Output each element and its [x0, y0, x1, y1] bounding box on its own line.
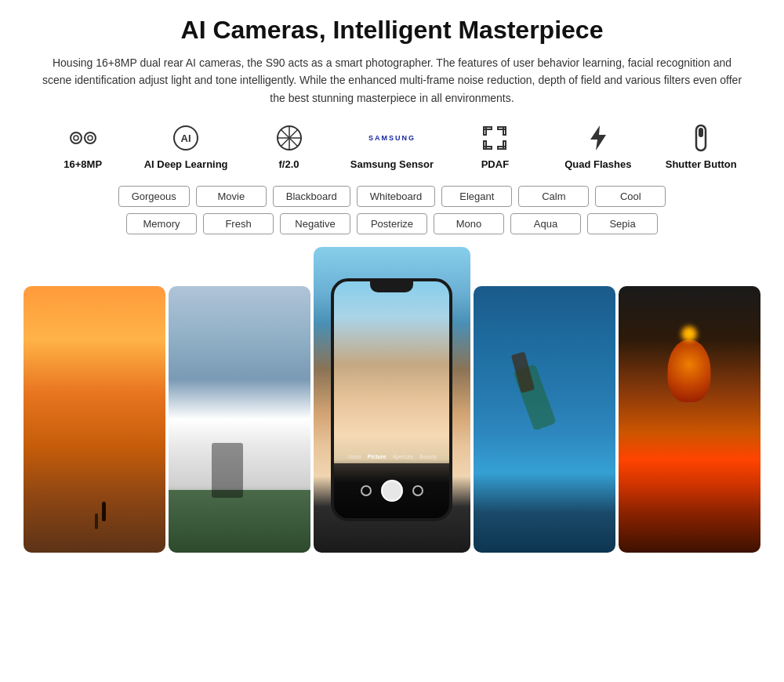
filters-section: Gorgeous Movie Blackboard Whiteboard Ele… — [24, 186, 760, 234]
aperture-label: f/2.0 — [279, 158, 299, 172]
feature-pdaf: PDAF — [448, 122, 542, 172]
svg-marker-19 — [590, 125, 606, 151]
feature-samsung: SAMSUNG Samsung Sensor — [345, 122, 439, 172]
filter-row-2: Memory Fresh Negative Posterize Mono Aqu… — [31, 213, 753, 234]
filter-whiteboard[interactable]: Whiteboard — [357, 186, 435, 207]
samsung-label: Samsung Sensor — [350, 158, 434, 172]
feature-aperture: f/2.0 — [242, 122, 336, 172]
photo-desert — [24, 286, 165, 553]
shutter-label: Shutter Button — [666, 158, 737, 172]
photo-lantern — [619, 286, 760, 553]
feature-quad-flashes: Quad Flashes — [551, 122, 645, 172]
aperture-icon — [275, 122, 303, 154]
samsung-icon: SAMSUNG — [368, 122, 416, 154]
filter-memory[interactable]: Memory — [126, 213, 197, 234]
quad-flashes-label: Quad Flashes — [564, 158, 631, 172]
svg-rect-16 — [484, 141, 486, 149]
page-title: AI Cameras, Intelligent Masterpiece — [24, 16, 760, 45]
svg-point-1 — [74, 136, 78, 140]
features-row: 16+8MP AI AI Deep Learning — [24, 122, 760, 172]
filter-gorgeous[interactable]: Gorgeous — [118, 186, 190, 207]
svg-text:AI: AI — [181, 132, 191, 144]
ai-icon: AI — [172, 122, 200, 154]
page-description: Housing 16+8MP dual rear AI cameras, the… — [39, 54, 745, 107]
filter-calm[interactable]: Calm — [518, 186, 589, 207]
flash-icon — [586, 122, 610, 154]
filter-mono[interactable]: Mono — [434, 213, 504, 234]
filter-movie[interactable]: Movie — [196, 186, 267, 207]
main-page: AI Cameras, Intelligent Masterpiece Hous… — [0, 0, 784, 553]
photo-mountain — [169, 286, 310, 553]
svg-point-0 — [71, 132, 82, 143]
ai-label: AI Deep Learning — [144, 158, 228, 172]
filter-cool[interactable]: Cool — [595, 186, 666, 207]
shutter-icon — [693, 122, 709, 154]
filter-row-1: Gorgeous Movie Blackboard Whiteboard Ele… — [31, 186, 753, 207]
filter-negative[interactable]: Negative — [280, 213, 350, 234]
photos-row: Video Picture Aperture Beauty — [24, 247, 760, 553]
camera-icon — [69, 122, 97, 154]
feature-resolution: 16+8MP — [36, 122, 130, 172]
svg-rect-12 — [484, 127, 486, 135]
svg-rect-21 — [699, 128, 703, 137]
filter-blackboard[interactable]: Blackboard — [273, 186, 350, 207]
photo-underwater — [474, 286, 615, 553]
pdaf-label: PDAF — [481, 158, 509, 172]
svg-rect-14 — [503, 127, 506, 135]
pdaf-icon — [481, 122, 509, 154]
svg-rect-18 — [503, 141, 506, 149]
resolution-label: 16+8MP — [64, 158, 102, 172]
feature-ai: AI AI Deep Learning — [139, 122, 233, 172]
svg-point-3 — [88, 136, 93, 140]
filter-sepia[interactable]: Sepia — [587, 213, 658, 234]
filter-posterize[interactable]: Posterize — [357, 213, 427, 234]
feature-shutter: Shutter Button — [654, 122, 748, 172]
filter-aqua[interactable]: Aqua — [510, 213, 581, 234]
svg-point-2 — [85, 132, 96, 143]
filter-fresh[interactable]: Fresh — [203, 213, 274, 234]
photo-center: Video Picture Aperture Beauty — [314, 247, 470, 553]
filter-elegant[interactable]: Elegant — [441, 186, 512, 207]
